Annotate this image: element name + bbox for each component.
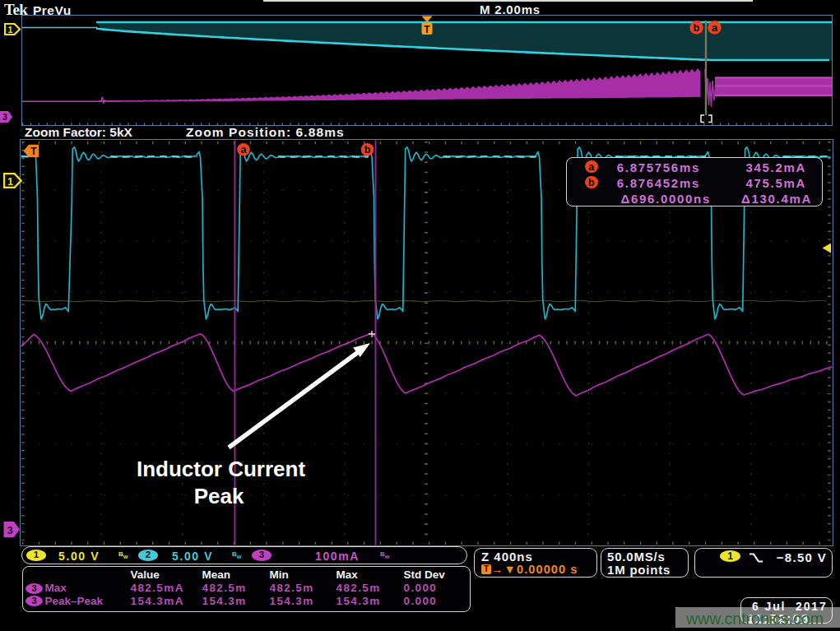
svg-text:T: T bbox=[30, 146, 37, 157]
svg-text:1: 1 bbox=[7, 176, 13, 188]
svg-text:b: b bbox=[364, 144, 371, 155]
svg-text:3: 3 bbox=[2, 112, 7, 122]
svg-text:a: a bbox=[241, 144, 248, 155]
svg-text:3: 3 bbox=[7, 524, 12, 536]
svg-text:1: 1 bbox=[8, 25, 13, 35]
